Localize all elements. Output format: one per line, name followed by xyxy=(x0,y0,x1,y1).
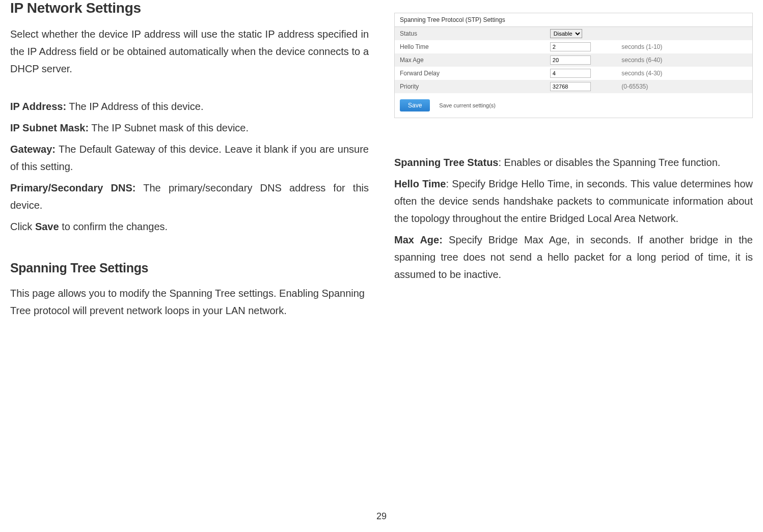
save-line-bold: Save xyxy=(35,221,59,232)
spanning-tree-settings-heading: Spanning Tree Settings xyxy=(10,261,369,275)
spanning-status-label: Spanning Tree Status xyxy=(394,157,498,168)
priority-input[interactable] xyxy=(550,82,591,91)
hello-time-range: seconds (1-10) xyxy=(616,40,752,53)
status-cell: Disable xyxy=(545,27,616,40)
subnet-label: IP Subnet Mask: xyxy=(10,122,89,133)
table-row: Max Age seconds (6-40) xyxy=(395,53,752,67)
spanning-intro-text: This page allows you to modify the Spann… xyxy=(10,285,369,319)
gateway-label: Gateway: xyxy=(10,144,56,155)
forward-delay-input[interactable] xyxy=(550,69,591,78)
gateway-text: The Default Gateway of this device. Leav… xyxy=(10,144,369,172)
stp-settings-table: Status Disable Hello Time seconds (1-10) xyxy=(395,27,752,93)
max-age-label: Max Age xyxy=(395,53,545,67)
save-line-pre: Click xyxy=(10,221,35,232)
ip-address-paragraph: IP Address: The IP Address of this devic… xyxy=(10,98,369,115)
save-button[interactable]: Save xyxy=(400,99,430,111)
forward-delay-label: Forward Delay xyxy=(395,67,545,80)
status-label: Status xyxy=(395,27,545,40)
left-column: IP Network Settings Select whether the d… xyxy=(10,0,369,323)
save-area: Save Save current setting(s) xyxy=(395,93,752,118)
hello-time-label: Hello Time xyxy=(395,40,545,53)
save-hint: Save current setting(s) xyxy=(439,102,496,108)
max-age-desc-text: Specify Bridge Max Age, in seconds. If a… xyxy=(394,234,753,280)
hello-time-desc-text: : Specify Bridge Hello Time, in seconds.… xyxy=(394,178,753,224)
right-column: Spanning Tree Protocol (STP) Settings St… xyxy=(394,0,753,323)
status-select[interactable]: Disable xyxy=(550,29,582,38)
table-row: Priority (0-65535) xyxy=(395,80,752,93)
hello-time-input[interactable] xyxy=(550,42,591,51)
ip-address-text: The IP Address of this device. xyxy=(66,101,203,112)
max-age-paragraph: Max Age: Specify Bridge Max Age, in seco… xyxy=(394,231,753,283)
ip-address-label: IP Address: xyxy=(10,101,66,112)
table-row: Forward Delay seconds (4-30) xyxy=(395,67,752,80)
spanning-status-paragraph: Spanning Tree Status: Enables or disable… xyxy=(394,154,753,171)
max-age-range: seconds (6-40) xyxy=(616,53,752,67)
spanning-status-text: : Enables or disables the Spanning Tree … xyxy=(498,157,720,168)
ip-network-settings-heading: IP Network Settings xyxy=(10,0,369,16)
gateway-paragraph: Gateway: The Default Gateway of this dev… xyxy=(10,141,369,175)
panel-title: Spanning Tree Protocol (STP) Settings xyxy=(395,13,752,27)
dns-paragraph: Primary/Secondary DNS: The primary/secon… xyxy=(10,179,369,214)
save-line-post: to confirm the changes. xyxy=(59,221,168,232)
hello-time-desc-label: Hello Time xyxy=(394,178,446,189)
subnet-text: The IP Subnet mask of this device. xyxy=(89,122,249,133)
ip-intro-text: Select whether the device IP address wil… xyxy=(10,25,369,77)
subnet-paragraph: IP Subnet Mask: The IP Subnet mask of th… xyxy=(10,119,369,136)
save-line: Click Save to confirm the changes. xyxy=(10,218,369,235)
priority-range: (0-65535) xyxy=(616,80,752,93)
page-number: 29 xyxy=(0,511,763,522)
hello-time-paragraph: Hello Time: Specify Bridge Hello Time, i… xyxy=(394,175,753,227)
priority-label: Priority xyxy=(395,80,545,93)
table-row: Hello Time seconds (1-10) xyxy=(395,40,752,53)
max-age-input[interactable] xyxy=(550,55,591,65)
table-row: Status Disable xyxy=(395,27,752,40)
max-age-desc-label: Max Age: xyxy=(394,234,443,245)
stp-settings-panel: Spanning Tree Protocol (STP) Settings St… xyxy=(394,13,753,118)
dns-label: Primary/Secondary DNS: xyxy=(10,182,135,193)
forward-delay-range: seconds (4-30) xyxy=(616,67,752,80)
